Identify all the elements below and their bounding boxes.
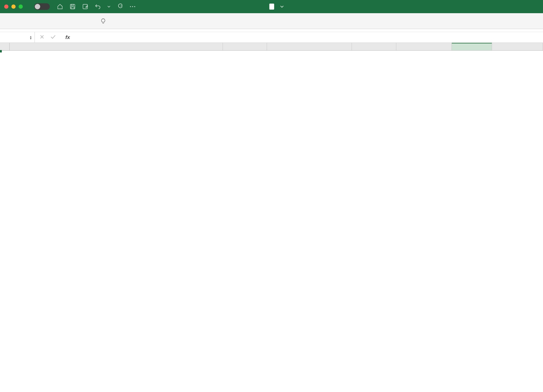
- select-all-corner[interactable]: [0, 43, 10, 50]
- ribbon-collapsed-gap: [0, 29, 543, 32]
- ribbon-tabs-wrap: [0, 13, 543, 29]
- name-box-stepper[interactable]: ▴▾: [30, 35, 32, 40]
- redo-icon[interactable]: [117, 4, 123, 10]
- autosave-control: [31, 3, 50, 10]
- undo-dropdown-icon[interactable]: [107, 5, 110, 8]
- svg-rect-2: [71, 7, 74, 9]
- tell-me[interactable]: [100, 18, 109, 24]
- svg-rect-3: [83, 4, 88, 9]
- col-header-F[interactable]: [452, 43, 492, 50]
- col-header-C[interactable]: [267, 43, 352, 50]
- minimize-window-icon[interactable]: [11, 4, 16, 9]
- close-window-icon[interactable]: [4, 4, 8, 9]
- window-controls: [4, 4, 23, 9]
- home-icon[interactable]: [57, 4, 63, 10]
- svg-point-4: [130, 6, 131, 7]
- selection-indicator: [0, 51, 1, 52]
- maximize-window-icon[interactable]: [19, 4, 23, 9]
- chevron-down-icon: [280, 5, 284, 8]
- quick-access-toolbar: [57, 4, 136, 10]
- undo-icon[interactable]: [95, 4, 101, 10]
- cancel-formula-icon[interactable]: [40, 34, 44, 40]
- toggle-knob: [35, 4, 40, 9]
- svg-point-6: [134, 6, 135, 7]
- name-box[interactable]: ▴▾: [0, 32, 35, 43]
- accept-formula-icon[interactable]: [50, 34, 56, 40]
- col-header-B[interactable]: [223, 43, 267, 50]
- ribbon-tabs: [0, 13, 543, 29]
- autosave-toggle[interactable]: [34, 3, 50, 10]
- col-header-E[interactable]: [396, 43, 452, 50]
- fx-label[interactable]: fx: [65, 34, 70, 40]
- col-header-D[interactable]: [352, 43, 396, 50]
- save-icon[interactable]: [70, 4, 76, 10]
- spreadsheet-grid: [0, 43, 543, 51]
- svg-rect-1: [71, 4, 74, 6]
- document-icon: [269, 4, 274, 10]
- document-title[interactable]: [269, 4, 284, 10]
- col-header-G[interactable]: [492, 43, 543, 50]
- titlebar: [0, 0, 543, 13]
- formula-bar-controls: fx: [35, 34, 79, 40]
- column-headers: [0, 43, 543, 51]
- svg-point-5: [132, 6, 133, 7]
- more-icon[interactable]: [130, 6, 136, 7]
- lightbulb-icon: [100, 18, 106, 24]
- save-as-icon[interactable]: [82, 4, 88, 10]
- formula-bar-row: ▴▾ fx: [0, 32, 543, 43]
- col-header-A[interactable]: [10, 43, 223, 50]
